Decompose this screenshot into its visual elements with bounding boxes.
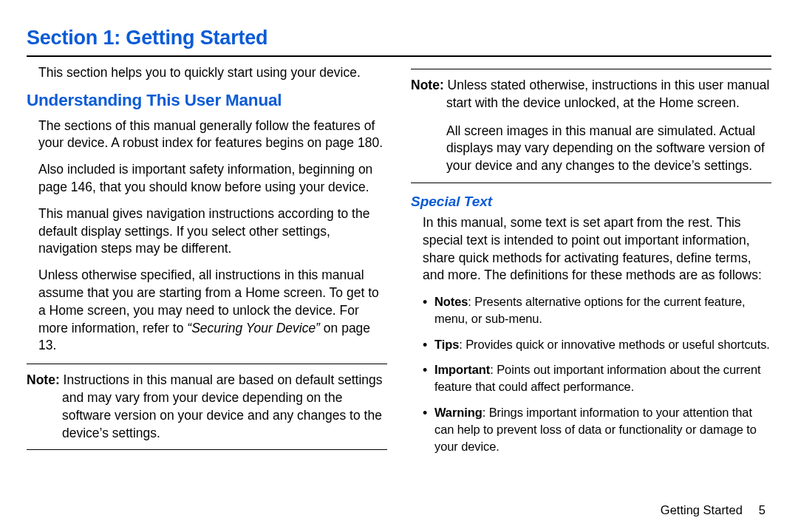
note-text: Unless stated otherwise, instructions in…	[444, 78, 770, 110]
understanding-heading: Understanding This User Manual	[27, 91, 387, 110]
footer-section-label: Getting Started	[661, 503, 743, 516]
note-paragraph: Note: Unless stated otherwise, instructi…	[411, 77, 771, 112]
body-paragraph: In this manual, some text is set apart f…	[411, 214, 771, 284]
term-definition: : Provides quick or innovative methods o…	[459, 338, 770, 351]
horizontal-rule	[27, 55, 771, 57]
bullet-list: Notes: Presents alternative options for …	[411, 293, 771, 454]
special-text-heading: Special Text	[411, 194, 771, 210]
note-label: Note:	[27, 372, 60, 387]
note-paragraph: All screen images in this manual are sim…	[411, 123, 771, 175]
term-label: Warning	[434, 406, 482, 419]
section-title: Section 1: Getting Started	[27, 27, 771, 50]
body-paragraph: This manual gives navigation instruction…	[27, 205, 387, 258]
body-paragraph: The sections of this manual generally fo…	[27, 117, 387, 153]
note-block: Note: Instructions in this manual are ba…	[27, 364, 387, 450]
two-column-layout: This section helps you to quickly start …	[27, 64, 771, 463]
right-column: Note: Unless stated otherwise, instructi…	[411, 64, 771, 463]
note-label: Note:	[411, 78, 444, 92]
note-paragraph: Note: Instructions in this manual are ba…	[27, 372, 387, 442]
left-column: This section helps you to quickly start …	[27, 64, 387, 463]
list-item: Warning: Brings important information to…	[423, 404, 771, 454]
note-text: Instructions in this manual are based on…	[60, 372, 383, 440]
term-label: Important	[434, 363, 490, 376]
term-definition: : Presents alternative options for the c…	[434, 295, 745, 325]
note-block: Note: Unless stated otherwise, instructi…	[411, 69, 771, 183]
page-footer: Getting Started5	[661, 503, 765, 517]
term-label: Tips	[434, 338, 459, 351]
list-item: Important: Points out important informat…	[423, 361, 771, 395]
list-item: Notes: Presents alternative options for …	[423, 293, 771, 327]
intro-paragraph: This section helps you to quickly start …	[27, 64, 387, 82]
term-label: Notes	[434, 295, 468, 308]
term-definition: : Brings important information to your a…	[434, 406, 757, 453]
page-number: 5	[759, 503, 765, 516]
cross-reference: “Securing Your Device”	[187, 321, 320, 335]
list-item: Tips: Provides quick or innovative metho…	[423, 336, 771, 353]
body-paragraph: Unless otherwise specified, all instruct…	[27, 267, 387, 355]
body-paragraph: Also included is important safety inform…	[27, 161, 387, 197]
